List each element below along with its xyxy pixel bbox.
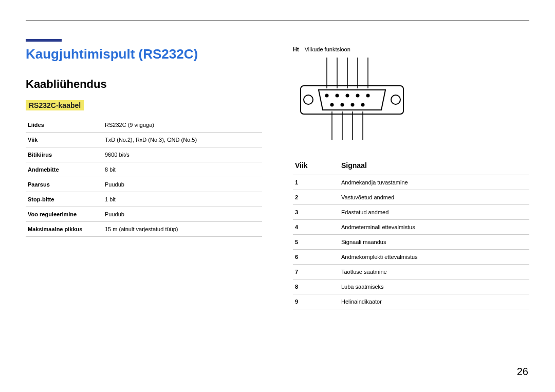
right-column: Ht Viikude funktsioon bbox=[293, 46, 529, 309]
spec-key: Bitikiirus bbox=[26, 147, 103, 162]
pin-num: 1 bbox=[293, 175, 339, 190]
pin-function-note: Ht Viikude funktsioon bbox=[293, 46, 529, 52]
top-rule bbox=[26, 21, 529, 21]
pin-row: 6Andmekomplekti ettevalmistus bbox=[293, 250, 529, 265]
pin-row: 4Andmeterminali ettevalmistus bbox=[293, 220, 529, 235]
db9-connector-diagram bbox=[293, 58, 529, 142]
pin-signal-table: Viik Signaal 1Andmekandja tuvastamine 2V… bbox=[293, 157, 529, 309]
svg-point-11 bbox=[346, 94, 349, 98]
section-heading: Kaabliühendus bbox=[26, 78, 262, 91]
spec-val: 15 m (ainult varjestatud tüüp) bbox=[103, 222, 262, 237]
pin-note-prefix: Ht bbox=[293, 46, 299, 52]
svg-point-12 bbox=[356, 94, 360, 98]
pin-signal: Luba saatmiseks bbox=[339, 279, 529, 294]
pin-signal: Edastatud andmed bbox=[339, 205, 529, 220]
pin-num: 5 bbox=[293, 235, 339, 250]
pin-num: 2 bbox=[293, 190, 339, 205]
pin-signal: Andmekandja tuvastamine bbox=[339, 175, 529, 190]
svg-point-7 bbox=[304, 95, 313, 104]
pin-note-text: Viikude funktsioon bbox=[305, 46, 350, 52]
pin-num: 6 bbox=[293, 250, 339, 265]
pin-num: 3 bbox=[293, 205, 339, 220]
svg-point-15 bbox=[341, 103, 344, 107]
spec-val: Puudub bbox=[103, 207, 262, 222]
page-title: Kaugjuhtimispult (RS232C) bbox=[26, 46, 262, 62]
pin-signal: Taotluse saatmine bbox=[339, 265, 529, 279]
spec-row: Andmebitte8 bit bbox=[26, 162, 262, 177]
spec-key: Andmebitte bbox=[26, 162, 103, 177]
svg-point-14 bbox=[330, 103, 334, 107]
spec-row: Stop-bitte1 bit bbox=[26, 192, 262, 207]
pin-row: 9Helinaindikaator bbox=[293, 294, 529, 309]
pin-row: 8Luba saatmiseks bbox=[293, 279, 529, 294]
pin-row: 7Taotluse saatmine bbox=[293, 265, 529, 279]
page-number: 26 bbox=[517, 366, 528, 378]
spec-key: Maksimaalne pikkus bbox=[26, 222, 103, 237]
spec-val: RS232C (9 viiguga) bbox=[103, 118, 262, 133]
pin-row: 1Andmekandja tuvastamine bbox=[293, 175, 529, 190]
pin-signal: Signaali maandus bbox=[339, 235, 529, 250]
subsection-heading: RS232C-kaabel bbox=[26, 100, 84, 110]
spec-val: 9600 bit/s bbox=[103, 147, 262, 162]
spec-key: Liides bbox=[26, 118, 103, 133]
spec-row: LiidesRS232C (9 viiguga) bbox=[26, 118, 262, 133]
svg-point-17 bbox=[361, 103, 365, 107]
svg-point-10 bbox=[336, 94, 339, 98]
pin-signal: Vastuvõetud andmed bbox=[339, 190, 529, 205]
spec-key: Paarsus bbox=[26, 177, 103, 192]
pin-row: 3Edastatud andmed bbox=[293, 205, 529, 220]
top-accent-bar bbox=[26, 39, 62, 42]
spec-row: PaarsusPuudub bbox=[26, 177, 262, 192]
spec-val: 8 bit bbox=[103, 162, 262, 177]
svg-point-13 bbox=[366, 94, 370, 98]
spec-row: Voo reguleeriminePuudub bbox=[26, 207, 262, 222]
pin-num: 8 bbox=[293, 279, 339, 294]
pin-num: 4 bbox=[293, 220, 339, 235]
pin-row: 2Vastuvõetud andmed bbox=[293, 190, 529, 205]
pin-signal: Andmekomplekti ettevalmistus bbox=[339, 250, 529, 265]
spec-val: 1 bit bbox=[103, 192, 262, 207]
svg-marker-6 bbox=[319, 90, 385, 110]
svg-point-8 bbox=[391, 95, 400, 104]
spec-key: Voo reguleerimine bbox=[26, 207, 103, 222]
pin-col-header: Viik bbox=[293, 157, 339, 175]
page-content: Kaugjuhtimispult (RS232C) Kaabliühendus … bbox=[26, 46, 529, 309]
spec-row: Maksimaalne pikkus15 m (ainult varjestat… bbox=[26, 222, 262, 237]
pin-signal: Andmeterminali ettevalmistus bbox=[339, 220, 529, 235]
left-column: Kaugjuhtimispult (RS232C) Kaabliühendus … bbox=[26, 46, 262, 309]
spec-val: TxD (No.2), RxD (No.3), GND (No.5) bbox=[103, 133, 262, 147]
signal-col-header: Signaal bbox=[339, 157, 529, 175]
spec-key: Viik bbox=[26, 133, 103, 147]
spec-key: Stop-bitte bbox=[26, 192, 103, 207]
spec-val: Puudub bbox=[103, 177, 262, 192]
spec-table: LiidesRS232C (9 viiguga) ViikTxD (No.2),… bbox=[26, 118, 262, 237]
spec-row: ViikTxD (No.2), RxD (No.3), GND (No.5) bbox=[26, 133, 262, 147]
pin-signal: Helinaindikaator bbox=[339, 294, 529, 309]
spec-row: Bitikiirus9600 bit/s bbox=[26, 147, 262, 162]
svg-point-9 bbox=[325, 94, 329, 98]
pin-num: 7 bbox=[293, 265, 339, 279]
pin-num: 9 bbox=[293, 294, 339, 309]
svg-point-16 bbox=[351, 103, 355, 107]
pin-row: 5Signaali maandus bbox=[293, 235, 529, 250]
